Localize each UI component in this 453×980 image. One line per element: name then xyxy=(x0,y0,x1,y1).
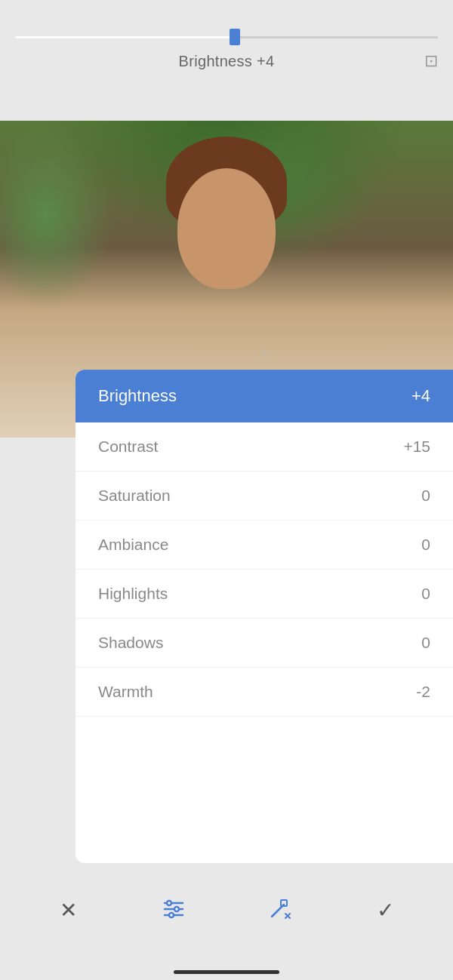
svg-point-8 xyxy=(167,901,171,905)
saturation-value: 0 xyxy=(421,487,430,505)
slider-area: Brightness +4 ⊡ xyxy=(0,0,453,106)
saturation-label: Saturation xyxy=(98,487,171,505)
magic-button[interactable] xyxy=(257,888,302,933)
brightness-value: +4 xyxy=(411,386,430,406)
shadows-value: 0 xyxy=(421,634,430,652)
check-icon: ✓ xyxy=(377,898,394,923)
shadows-label: Shadows xyxy=(98,634,163,652)
face-shape xyxy=(177,168,276,289)
panel-row-contrast[interactable]: Contrast +15 xyxy=(76,422,453,472)
ambiance-label: Ambiance xyxy=(98,536,168,554)
bottom-toolbar: ✕ ✓ xyxy=(0,863,453,980)
slider-thumb[interactable] xyxy=(230,29,240,45)
brightness-label: Brightness xyxy=(98,386,177,406)
panel-row-highlights[interactable]: Highlights 0 xyxy=(76,570,453,619)
compare-icon[interactable]: ⊡ xyxy=(424,51,438,71)
sliders-icon xyxy=(162,897,186,924)
panel-row-brightness-selected[interactable]: Brightness +4 xyxy=(76,370,453,422)
adjustments-button[interactable] xyxy=(151,888,196,933)
magic-wand-icon xyxy=(267,897,291,924)
contrast-value: +15 xyxy=(403,438,430,456)
close-icon: ✕ xyxy=(60,898,77,923)
panel-row-ambiance[interactable]: Ambiance 0 xyxy=(76,521,453,570)
highlights-label: Highlights xyxy=(98,585,168,603)
svg-point-10 xyxy=(169,913,174,917)
warmth-label: Warmth xyxy=(98,683,153,701)
slider-label: Brightness +4 xyxy=(179,53,275,70)
svg-point-9 xyxy=(174,907,179,911)
panel-up-arrow[interactable]: ⌃ xyxy=(259,349,270,365)
home-indicator xyxy=(174,970,279,974)
panel-row-shadows[interactable]: Shadows 0 xyxy=(76,619,453,668)
panel-row-saturation[interactable]: Saturation 0 xyxy=(76,472,453,521)
contrast-label: Contrast xyxy=(98,438,158,456)
slider-fill xyxy=(15,36,235,38)
confirm-button[interactable]: ✓ xyxy=(362,888,408,933)
panel-row-warmth[interactable]: Warmth -2 xyxy=(76,668,453,717)
ambiance-value: 0 xyxy=(421,536,430,554)
slider-label-row: Brightness +4 ⊡ xyxy=(15,53,438,70)
cancel-button[interactable]: ✕ xyxy=(45,888,91,933)
highlights-value: 0 xyxy=(421,585,430,603)
slider-track-container[interactable] xyxy=(15,36,438,39)
warmth-value: -2 xyxy=(416,683,430,701)
adjustments-panel: ⌃ Brightness +4 Contrast +15 Saturation … xyxy=(76,370,453,863)
